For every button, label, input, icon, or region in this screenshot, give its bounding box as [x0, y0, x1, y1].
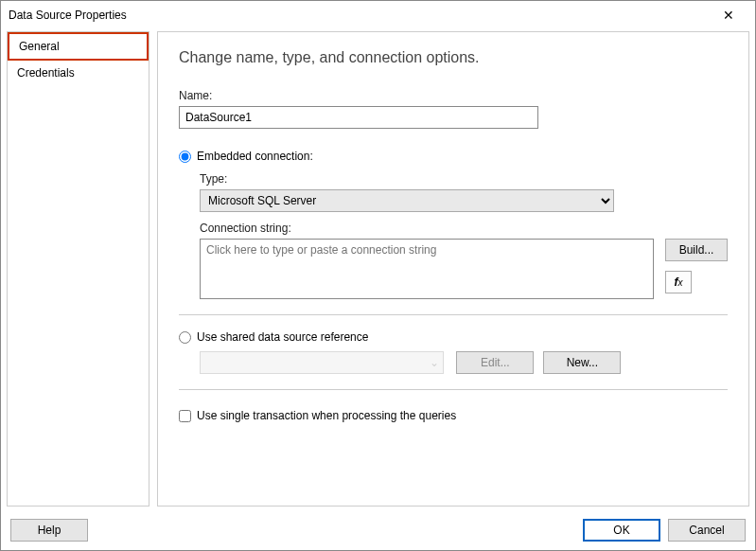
- new-button[interactable]: New...: [543, 351, 621, 374]
- shared-controls: ⌄ Edit... New...: [200, 351, 728, 374]
- close-icon[interactable]: ✕: [710, 8, 747, 23]
- sidebar-item-general[interactable]: General: [8, 32, 149, 61]
- sidebar-item-label: Credentials: [17, 66, 75, 80]
- shared-radio-label: Use shared data source reference: [197, 330, 368, 344]
- page-heading: Change name, type, and connection option…: [179, 49, 728, 66]
- conn-string-label: Connection string:: [200, 222, 728, 235]
- window-title: Data Source Properties: [9, 9, 127, 22]
- single-txn-checkbox[interactable]: [179, 410, 191, 422]
- type-select[interactable]: Microsoft SQL Server: [200, 189, 614, 212]
- main-panel: Change name, type, and connection option…: [157, 31, 749, 507]
- fx-button[interactable]: fx: [665, 271, 692, 293]
- divider: [179, 314, 728, 315]
- conn-string-textarea[interactable]: [200, 239, 654, 299]
- titlebar: Data Source Properties ✕: [1, 1, 755, 29]
- single-txn-row[interactable]: Use single transaction when processing t…: [179, 409, 728, 422]
- single-txn-label: Use single transaction when processing t…: [197, 409, 456, 422]
- shared-radio[interactable]: [179, 331, 191, 344]
- name-input[interactable]: [179, 106, 538, 129]
- ok-button[interactable]: OK: [583, 519, 660, 542]
- sidebar: General Credentials: [7, 31, 149, 507]
- sidebar-item-label: General: [19, 40, 60, 53]
- shared-radio-row[interactable]: Use shared data source reference: [179, 330, 728, 344]
- embedded-radio[interactable]: [179, 151, 191, 163]
- build-button[interactable]: Build...: [665, 239, 728, 261]
- divider: [179, 389, 728, 390]
- dialog-footer: Help OK Cancel: [1, 510, 755, 550]
- sidebar-item-credentials[interactable]: Credentials: [8, 61, 149, 85]
- dialog-content: General Credentials Change name, type, a…: [1, 29, 755, 507]
- type-label: Type:: [200, 172, 728, 186]
- shared-source-select: [200, 351, 444, 374]
- embedded-radio-label: Embedded connection:: [197, 150, 313, 163]
- cancel-button[interactable]: Cancel: [668, 519, 746, 542]
- embedded-radio-row[interactable]: Embedded connection:: [179, 150, 728, 163]
- edit-button: Edit...: [456, 351, 534, 374]
- help-button[interactable]: Help: [10, 519, 88, 542]
- name-label: Name:: [179, 89, 728, 102]
